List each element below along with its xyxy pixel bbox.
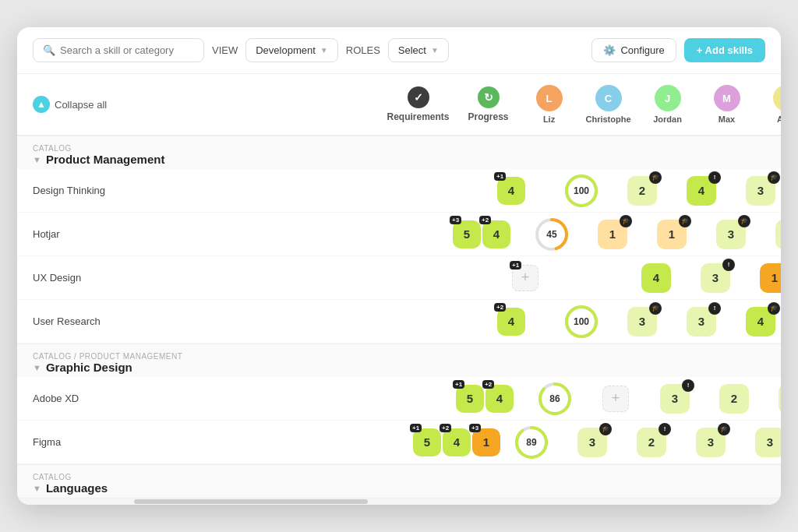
requirements-icon: ✓ [408, 86, 429, 108]
progress-icon: ↻ [478, 86, 500, 108]
cell-design-liz: 🎓2 [613, 171, 672, 210]
progress-circle-hotjar: 45 [534, 217, 570, 252]
catalog-title-product-management: ▼ Product Management [33, 153, 765, 166]
req-badge-figma-1: +1 5 [413, 428, 441, 456]
cell-hotjar-max: 2 [761, 215, 781, 254]
catalog-label-gd: Catalog / Product Management [33, 352, 765, 361]
col-header-alex: A Alex [757, 80, 781, 129]
skill-row-user-research: User Research +2 4 [17, 300, 781, 344]
cell-design-jordan: 🎓3 [731, 171, 781, 210]
avatar-alex: A [773, 85, 781, 111]
catalog-label: Catalog [33, 144, 765, 153]
chevron-down-icon: ▼ [320, 46, 328, 55]
cell-adobexd-max: 3 [764, 379, 781, 418]
avatar-jordan: J [655, 85, 681, 111]
add-skills-button[interactable]: + Add skills [684, 38, 765, 62]
section-languages: Catalog ▼ Languages [17, 465, 781, 499]
view-label: VIEW [212, 44, 238, 56]
search-box[interactable]: 🔍 [33, 38, 204, 62]
scrollbar[interactable] [17, 499, 781, 505]
catalog-header-product-management: Catalog ▼ Product Management [17, 136, 781, 169]
req-badge: +1 4 [497, 177, 525, 205]
col-header-liz: L Liz [520, 80, 579, 129]
cell-adobexd-christophe: !3 [645, 379, 704, 418]
header: 🔍 VIEW Development ▼ ROLES Select ▼ ⚙️ C… [17, 27, 781, 74]
skill-row-design-thinking: Design Thinking +1 4 [17, 169, 781, 213]
plus-btn-liz-adobe[interactable]: + [602, 386, 629, 412]
progress-circle-adobe-xd: 86 [537, 381, 573, 417]
cell-ux-jordan: 🎓1 [745, 259, 781, 298]
configure-button[interactable]: ⚙️ Configure [591, 38, 676, 62]
catalog-label-lang: Catalog [33, 473, 765, 481]
skill-prog-design-thinking: 100 [550, 173, 613, 209]
section-graphic-design: Catalog / Product Management ▼ Graphic D… [17, 344, 781, 465]
subheader: ▲ Collapse all ✓ Requirements ↻ Progress… [17, 74, 781, 136]
req-badge-adobexd-1: +1 5 [456, 385, 484, 413]
cell-ux-christophe: !3 [686, 259, 745, 298]
content-area: Catalog ▼ Product Management Design Thin… [17, 136, 781, 499]
skill-name-figma: Figma [17, 436, 173, 448]
progress-circle-user-research: 100 [563, 304, 599, 340]
cell-design-christophe: !4 [672, 171, 731, 210]
req-badge-adobexd-2: +2 4 [486, 385, 514, 413]
skill-row-adobe-xd: Adobe XD +1 5 +2 4 [17, 377, 781, 421]
skill-prog-user-research: 100 [550, 304, 613, 340]
skill-row-figma: Figma +1 5 +2 4 [17, 421, 781, 464]
skill-name-user-research: User Research [17, 315, 173, 327]
cell-hotjar-christophe: 🎓1 [642, 215, 701, 254]
skill-reqs-user-research: +2 4 [472, 308, 550, 336]
chevron-down-icon2: ▼ [431, 46, 439, 55]
cell-adobexd-jordan: 2 [704, 379, 764, 418]
scrollbar-thumb [134, 499, 368, 504]
skill-name-adobe-xd: Adobe XD [17, 393, 173, 404]
col-header-requirements: ✓ Requirements [380, 80, 457, 129]
search-icon: 🔍 [43, 44, 55, 56]
roles-dropdown[interactable]: Select ▼ [388, 38, 449, 62]
col-header-max: M Max [697, 80, 757, 129]
skill-reqs-ux-design: +1 + [486, 265, 564, 291]
skill-prog-figma: 89 [500, 425, 563, 460]
col-header-progress: ↻ Progress [457, 80, 520, 129]
req-badge-hotjar-2: +2 4 [482, 220, 510, 248]
skill-row-hotjar: Hotjar +3 5 +2 4 [17, 213, 781, 256]
req-badge-hotjar-1: +3 5 [453, 220, 481, 248]
cell-userres-christophe: !3 [672, 302, 731, 341]
progress-circle-figma: 89 [514, 425, 549, 460]
req-plus-ux[interactable]: +1 + [512, 265, 538, 291]
collapse-all-button[interactable]: ▲ Collapse all [33, 96, 107, 113]
skill-prog-hotjar: 45 [521, 217, 583, 252]
search-input[interactable] [60, 44, 194, 56]
collapse-icon: ▲ [33, 96, 50, 113]
cell-adobexd-liz: + [586, 381, 645, 417]
skill-name-hotjar: Hotjar [17, 228, 173, 240]
cell-hotjar-liz: 🎓1 [583, 215, 642, 254]
avatar-max: M [714, 85, 740, 111]
col-header-jordan: J Jordan [638, 80, 697, 129]
cell-userres-liz: 🎓3 [613, 302, 672, 341]
progress-circle: 100 [563, 173, 599, 209]
cell-figma-jordan: 🎓3 [681, 423, 740, 462]
skill-row-ux-design: UX Design +1 + 4 [17, 256, 781, 300]
cell-figma-christophe: !2 [622, 423, 681, 462]
skill-reqs-figma: +1 5 +2 4 +3 1 [413, 428, 500, 456]
skill-reqs-adobe-xd: +1 5 +2 4 [446, 385, 524, 413]
section-product-management: Catalog ▼ Product Management Design Thin… [17, 136, 781, 344]
roles-label: ROLES [346, 44, 380, 56]
cell-hotjar-jordan: 🎓3 [701, 215, 761, 254]
gear-icon: ⚙️ [603, 44, 616, 56]
view-dropdown[interactable]: Development ▼ [245, 38, 338, 62]
skill-reqs-hotjar: +3 5 +2 4 [443, 220, 521, 248]
cell-ux-liz: 4 [627, 259, 686, 298]
req-badge-figma-2: +2 4 [443, 428, 471, 456]
req-badge-figma-3: +3 1 [472, 428, 500, 456]
catalog-header-languages: Catalog ▼ Languages [17, 465, 781, 498]
skill-name-ux-design: UX Design [17, 272, 173, 284]
cell-figma-liz: 🎓3 [563, 423, 622, 462]
avatar-liz: L [536, 85, 563, 111]
catalog-title-languages: ▼ Languages [33, 481, 765, 495]
req-badge-user-research: +2 4 [497, 308, 525, 336]
cell-userres-jordan: 🎓4 [731, 302, 781, 341]
app-window: 🔍 VIEW Development ▼ ROLES Select ▼ ⚙️ C… [17, 27, 781, 505]
skill-prog-adobe-xd: 86 [524, 381, 586, 417]
avatar-christophe: C [595, 85, 622, 111]
